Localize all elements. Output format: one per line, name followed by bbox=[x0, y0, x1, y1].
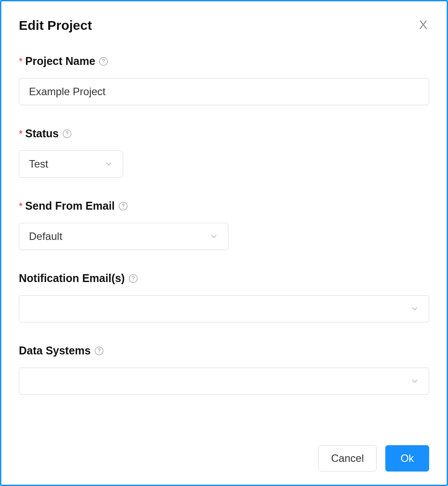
svg-point-3 bbox=[67, 135, 67, 136]
help-icon[interactable] bbox=[99, 57, 108, 66]
chevron-down-icon bbox=[410, 377, 419, 386]
project-name-label: * Project Name bbox=[19, 55, 429, 68]
field-project-name: * Project Name bbox=[19, 55, 429, 105]
label-text: Notification Email(s) bbox=[19, 272, 125, 285]
cancel-button[interactable]: Cancel bbox=[318, 445, 377, 472]
chevron-down-icon bbox=[210, 232, 218, 241]
modal-title: Edit Project bbox=[19, 18, 92, 33]
label-text: Send From Email bbox=[25, 200, 115, 212]
notification-emails-label: Notification Email(s) bbox=[19, 272, 429, 285]
status-label: * Status bbox=[19, 127, 429, 140]
ok-button[interactable]: Ok bbox=[385, 445, 429, 472]
help-icon[interactable] bbox=[118, 201, 128, 211]
svg-point-7 bbox=[133, 280, 133, 280]
required-asterisk: * bbox=[19, 128, 23, 139]
help-icon[interactable] bbox=[94, 346, 104, 356]
edit-project-modal: Edit Project X * Project Name * Status bbox=[0, 0, 448, 486]
send-from-email-select[interactable]: Default bbox=[19, 223, 228, 250]
select-value: Test bbox=[29, 158, 48, 170]
send-from-email-label: * Send From Email bbox=[19, 200, 429, 212]
close-icon[interactable]: X bbox=[417, 18, 429, 32]
project-name-input[interactable] bbox=[19, 78, 429, 105]
field-notification-emails: Notification Email(s) bbox=[19, 272, 429, 322]
chevron-down-icon bbox=[104, 160, 113, 168]
modal-header: Edit Project X bbox=[19, 18, 429, 33]
svg-point-1 bbox=[103, 63, 104, 63]
required-asterisk: * bbox=[19, 56, 23, 67]
data-systems-label: Data Systems bbox=[19, 344, 429, 357]
field-send-from-email: * Send From Email Default bbox=[19, 200, 429, 250]
svg-point-5 bbox=[123, 207, 123, 208]
label-text: Project Name bbox=[25, 55, 96, 68]
svg-point-9 bbox=[99, 352, 99, 353]
data-systems-select[interactable] bbox=[19, 368, 429, 395]
status-select[interactable]: Test bbox=[19, 150, 123, 178]
label-text: Status bbox=[25, 127, 59, 140]
field-status: * Status Test bbox=[19, 127, 429, 178]
field-data-systems: Data Systems bbox=[19, 344, 429, 395]
help-icon[interactable] bbox=[128, 274, 138, 283]
chevron-down-icon bbox=[410, 304, 419, 313]
help-icon[interactable] bbox=[62, 129, 72, 139]
select-value: Default bbox=[29, 230, 62, 243]
required-asterisk: * bbox=[19, 200, 23, 212]
modal-footer: Cancel Ok bbox=[19, 436, 429, 472]
label-text: Data Systems bbox=[19, 344, 91, 357]
notification-emails-select[interactable] bbox=[19, 295, 429, 322]
